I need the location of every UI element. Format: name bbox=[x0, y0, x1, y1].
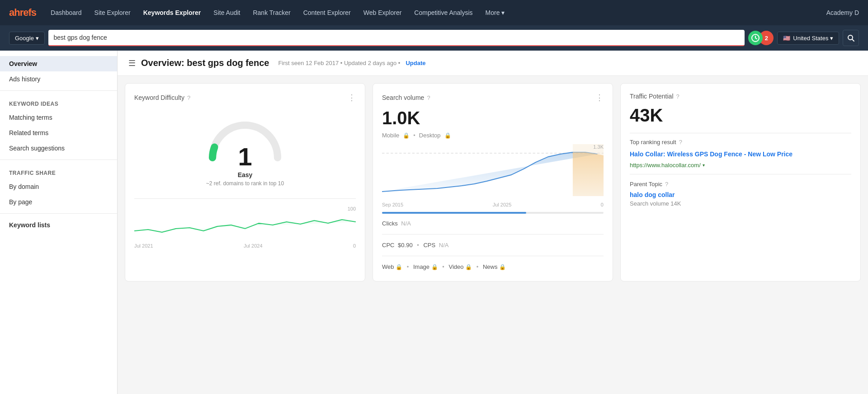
sidebar-item-keyword-lists[interactable]: Keyword lists bbox=[0, 217, 117, 233]
tp-parent-topic-title: Parent Topic ? bbox=[630, 181, 851, 188]
mobile-lock-icon: 🔒 bbox=[403, 132, 410, 139]
nav-competitive-analysis[interactable]: Competitive Analysis bbox=[409, 6, 478, 19]
news-lock-icon: 🔒 bbox=[499, 264, 506, 270]
sv-chart-container: 1.3K bbox=[382, 144, 604, 198]
card-title-sv: Search volume ? bbox=[382, 94, 430, 101]
kd-help-icon[interactable]: ? bbox=[187, 94, 190, 101]
nav-web-explorer[interactable]: Web Explorer bbox=[358, 6, 407, 19]
video-lock-icon: 🔒 bbox=[465, 264, 472, 270]
tp-parent-help-icon[interactable]: ? bbox=[665, 181, 668, 188]
card-header-tp: Traffic Potential ? bbox=[630, 93, 851, 100]
tp-parent-link[interactable]: halo dog collar bbox=[630, 191, 851, 198]
desktop-lock-icon: 🔒 bbox=[444, 132, 451, 139]
svg-line-2 bbox=[852, 39, 854, 41]
card-title-kd: Keyword Difficulty ? bbox=[134, 94, 190, 101]
search-bar: Google ▾ 2 🇺🇸 United States ▾ bbox=[0, 25, 868, 51]
sidebar-section-keyword-ideas: Keyword ideas bbox=[0, 94, 117, 110]
gauge-sub: ~2 ref. domains to rank in top 10 bbox=[206, 180, 284, 187]
main-layout: Overview Ads history Keyword ideas Match… bbox=[0, 51, 868, 394]
card-header-kd: Keyword Difficulty ? ⋮ bbox=[134, 93, 356, 103]
gauge-container: 1 Easy ~2 ref. domains to rank in top 10 bbox=[134, 108, 356, 191]
image-lock-icon: 🔒 bbox=[431, 264, 438, 270]
nav-rank-tracker[interactable]: Rank Tracker bbox=[247, 6, 296, 19]
nav-content-explorer[interactable]: Content Explorer bbox=[298, 6, 356, 19]
sidebar-item-by-page[interactable]: By page bbox=[0, 194, 117, 210]
kd-mini-chart: 100 Jul 2021 Jul 2024 0 bbox=[134, 206, 356, 242]
web-lock-icon: 🔒 bbox=[396, 264, 402, 270]
sidebar-section-traffic-share: Traffic share bbox=[0, 164, 117, 179]
sv-platforms: Mobile 🔒 • Desktop 🔒 bbox=[382, 132, 604, 139]
update-link[interactable]: Update bbox=[406, 60, 425, 66]
country-label: United States ▾ bbox=[793, 35, 833, 42]
sv-chart-top-label: 1.3K bbox=[593, 144, 604, 150]
search-engine-selector[interactable]: Google ▾ bbox=[9, 32, 45, 45]
search-button[interactable] bbox=[843, 30, 859, 46]
sidebar-item-related-terms[interactable]: Related terms bbox=[0, 125, 117, 141]
page-header: ☰ Overview: best gps dog fence First see… bbox=[118, 51, 868, 76]
tp-top-help-icon[interactable]: ? bbox=[679, 139, 682, 145]
tp-number: 43K bbox=[630, 105, 851, 126]
nav-keywords-explorer[interactable]: Keywords Explorer bbox=[138, 6, 207, 19]
card-header-sv: Search volume ? ⋮ bbox=[382, 93, 604, 103]
top-navigation: ahrefs Dashboard Site Explorer Keywords … bbox=[0, 0, 868, 25]
nav-site-audit[interactable]: Site Audit bbox=[208, 6, 245, 19]
main-content: ☰ Overview: best gps dog fence First see… bbox=[118, 51, 868, 394]
sidebar-item-by-domain[interactable]: By domain bbox=[0, 179, 117, 194]
sidebar-item-search-suggestions[interactable]: Search suggestions bbox=[0, 141, 117, 156]
sidebar: Overview Ads history Keyword ideas Match… bbox=[0, 51, 118, 394]
hamburger-icon[interactable]: ☰ bbox=[128, 58, 136, 68]
badge-green-icon bbox=[748, 31, 763, 45]
nav-academy[interactable]: Academy D bbox=[826, 9, 859, 16]
search-volume-card: Search volume ? ⋮ 1.0K Mobile 🔒 • Deskto… bbox=[373, 83, 613, 281]
traffic-potential-card: Traffic Potential ? 43K Top ranking resu… bbox=[620, 83, 861, 281]
sv-clicks-row: Clicks N/A bbox=[382, 218, 604, 229]
sidebar-item-matching-terms[interactable]: Matching terms bbox=[0, 110, 117, 125]
sv-menu-icon[interactable]: ⋮ bbox=[595, 93, 604, 103]
nav-site-explorer[interactable]: Site Explorer bbox=[89, 6, 136, 19]
nav-more[interactable]: More ▾ bbox=[480, 6, 510, 19]
sv-serp-types-row: Web 🔒 • Image 🔒 • Video 🔒 • News 🔒 bbox=[382, 262, 604, 272]
kd-chart-x-labels: Jul 2021 Jul 2024 0 bbox=[134, 243, 356, 249]
gauge-number: 1 bbox=[206, 144, 284, 169]
search-input[interactable] bbox=[54, 34, 740, 41]
kd-menu-icon[interactable]: ⋮ bbox=[348, 93, 356, 103]
url-dropdown-icon: ▾ bbox=[703, 163, 705, 168]
sidebar-item-overview[interactable]: Overview bbox=[0, 56, 117, 71]
kd-chart-top-label: 100 bbox=[348, 206, 356, 211]
svg-rect-4 bbox=[573, 144, 604, 196]
tp-help-icon[interactable]: ? bbox=[676, 93, 679, 100]
page-title: Overview: best gps dog fence bbox=[141, 58, 269, 68]
sv-number: 1.0K bbox=[382, 108, 604, 128]
tp-top-ranking-title: Top ranking result ? bbox=[630, 139, 851, 145]
tp-parent-vol: Search volume 14K bbox=[630, 200, 851, 207]
card-title-tp: Traffic Potential ? bbox=[630, 93, 679, 100]
tp-top-url[interactable]: https://www.halocollar.com/ ▾ bbox=[630, 162, 851, 169]
page-meta: First seen 12 Feb 2017 • Updated 2 days … bbox=[278, 60, 400, 66]
nav-dashboard[interactable]: Dashboard bbox=[45, 6, 87, 19]
sv-cpc-cps-row: CPC $0.90 • CPS N/A bbox=[382, 240, 604, 250]
gauge-label: Easy bbox=[206, 171, 284, 178]
sv-chart-x-labels: Sep 2015 Jul 2025 0 bbox=[382, 202, 604, 207]
sidebar-item-ads-history[interactable]: Ads history bbox=[0, 71, 117, 87]
country-selector[interactable]: 🇺🇸 United States ▾ bbox=[777, 32, 839, 45]
country-flag: 🇺🇸 bbox=[783, 35, 790, 42]
tp-top-link[interactable]: Halo Collar: Wireless GPS Dog Fence - Ne… bbox=[630, 150, 851, 159]
keyword-difficulty-card: Keyword Difficulty ? ⋮ bbox=[125, 83, 365, 281]
search-input-wrapper bbox=[48, 30, 745, 46]
cards-grid: Keyword Difficulty ? ⋮ bbox=[118, 76, 868, 289]
sv-help-icon[interactable]: ? bbox=[427, 94, 430, 101]
logo: ahrefs bbox=[9, 7, 36, 19]
search-badge: 2 bbox=[748, 31, 774, 45]
